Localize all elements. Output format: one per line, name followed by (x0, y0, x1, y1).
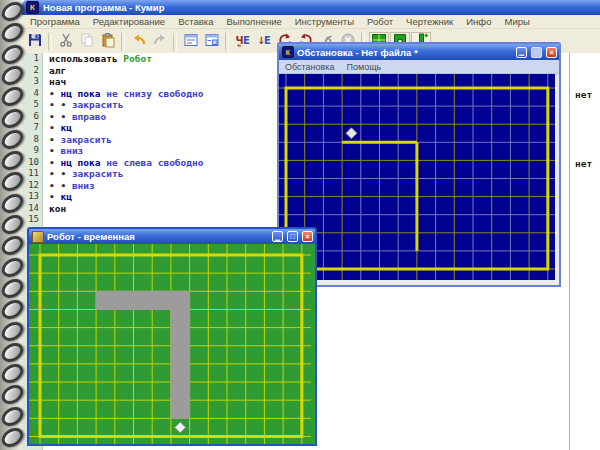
code-token: • (49, 122, 60, 133)
menu-item-redaktirovanie[interactable]: Редактирование (88, 16, 170, 27)
env-field[interactable] (279, 74, 555, 280)
env-menu-pomosch[interactable]: Помощь (340, 62, 387, 72)
program-window-button[interactable] (181, 32, 201, 52)
line-number: 11 (22, 168, 42, 180)
code-token: вправо (72, 111, 106, 122)
robot-window-title: Робот - временная (47, 231, 268, 242)
line-number: 1 (22, 53, 42, 65)
code-token: • (49, 145, 60, 156)
robot-minimize-button[interactable]: ▁ (272, 231, 283, 242)
cut-button[interactable] (56, 32, 76, 52)
paste-button[interactable] (98, 32, 118, 52)
code-token: закрасить (72, 168, 123, 179)
menu-item-vypolnenie[interactable]: Выполнение (221, 16, 286, 27)
robot-close-button[interactable]: × (302, 231, 313, 242)
menu-item-instrumenty[interactable]: Инструменты (290, 16, 359, 27)
line-number: 6 (22, 111, 42, 123)
code-token: нц пока (60, 157, 106, 168)
env-close-button[interactable]: × (546, 47, 557, 58)
code-token: кц (60, 122, 71, 133)
code-token: • • (49, 111, 72, 122)
code-token: • • (49, 99, 72, 110)
menu-item-robot[interactable]: Робот (362, 16, 398, 27)
spiral-binding (0, 0, 22, 450)
line-number: 15 (22, 214, 42, 226)
line-number: 12 (22, 180, 42, 192)
program-window-icon (183, 32, 199, 51)
env-window: К Обстановка - Нет файла * ▁ □ × Обстано… (277, 42, 561, 287)
insert-below-button[interactable]: ↓Е (254, 32, 274, 52)
code-token: • (49, 88, 60, 99)
menu-item-info[interactable]: Инфо (461, 16, 496, 27)
line-number: 8 (22, 134, 42, 146)
margin-note: нет (575, 158, 592, 169)
code-token: нач (49, 76, 66, 87)
code-token: • • (49, 168, 72, 179)
undo-button[interactable] (129, 32, 149, 52)
screen: К Новая программа - Кумир Программа Реда… (0, 0, 600, 450)
toolbar-separator (121, 33, 125, 51)
robot-titlebar[interactable]: Робот - временная ▁ □ × (29, 229, 315, 244)
margin-separator (569, 53, 573, 450)
code-token: нц пока (60, 88, 106, 99)
robot-window-icon (32, 231, 44, 243)
program-window-alt-icon (204, 32, 220, 51)
env-window-title: Обстановка - Нет файла * (297, 47, 512, 58)
robot-window: Робот - временная ▁ □ × (27, 227, 317, 446)
copy-icon (79, 32, 95, 51)
code-token: • (49, 134, 60, 145)
line-number: 14 (22, 203, 42, 215)
env-titlebar[interactable]: К Обстановка - Нет файла * ▁ □ × (279, 44, 559, 60)
line-number: 5 (22, 99, 42, 111)
code-token: закрасить (60, 134, 111, 145)
code-token: кц (60, 191, 71, 202)
line-number: 4 (22, 88, 42, 100)
insert-above-button[interactable]: ЧЕ (233, 32, 253, 52)
code-token: вниз (60, 145, 83, 156)
code-token: не слева свободно (106, 157, 203, 168)
menu-item-programma[interactable]: Программа (25, 16, 85, 27)
code-token: • • (49, 180, 72, 191)
undo-icon (131, 32, 147, 51)
code-token: кон (49, 203, 66, 214)
svg-text:Е: Е (243, 35, 250, 46)
insert-below-icon: ↓Е (256, 32, 272, 51)
main-titlebar[interactable]: К Новая программа - Кумир (22, 0, 600, 15)
robot-maximize-button[interactable]: □ (287, 231, 298, 242)
toolbar-separator (225, 33, 229, 51)
save-icon (27, 32, 43, 51)
program-window-alt-button[interactable] (202, 32, 222, 52)
line-number: 2 (22, 65, 42, 77)
paste-icon (100, 32, 116, 51)
main-menubar: Программа Редактирование Вставка Выполне… (22, 15, 600, 29)
line-number: 13 (22, 191, 42, 203)
save-button[interactable] (25, 32, 45, 52)
code-token: использовать (49, 53, 123, 64)
redo-button[interactable] (150, 32, 170, 52)
env-scrollbar[interactable] (279, 280, 559, 285)
code-token: алг (49, 65, 66, 76)
code-token: закрасить (72, 99, 123, 110)
robot-field[interactable] (29, 244, 311, 444)
env-window-icon: К (282, 46, 294, 58)
line-number: 10 (22, 157, 42, 169)
line-number: 3 (22, 76, 42, 88)
env-minimize-button[interactable]: ▁ (516, 47, 527, 58)
insert-above-icon: ЧЕ (235, 32, 251, 51)
env-maximize-button[interactable]: □ (531, 47, 542, 58)
cut-icon (58, 32, 74, 51)
menu-item-miry[interactable]: Миры (499, 16, 534, 27)
copy-button[interactable] (77, 32, 97, 52)
env-menubar: Обстановка Помощь (279, 60, 559, 74)
menu-item-vstavka[interactable]: Вставка (173, 16, 218, 27)
env-menu-obstanovka[interactable]: Обстановка (279, 62, 340, 72)
margin-note: нет (575, 89, 592, 100)
toolbar-separator (48, 33, 52, 51)
toolbar-separator (173, 33, 177, 51)
main-window-title: Новая программа - Кумир (43, 2, 165, 13)
line-number: 7 (22, 122, 42, 134)
code-token: • (49, 191, 60, 202)
menu-item-chertezhnik[interactable]: Чертежник (401, 16, 458, 27)
line-number: 9 (22, 145, 42, 157)
code-token: Робот (123, 53, 152, 64)
